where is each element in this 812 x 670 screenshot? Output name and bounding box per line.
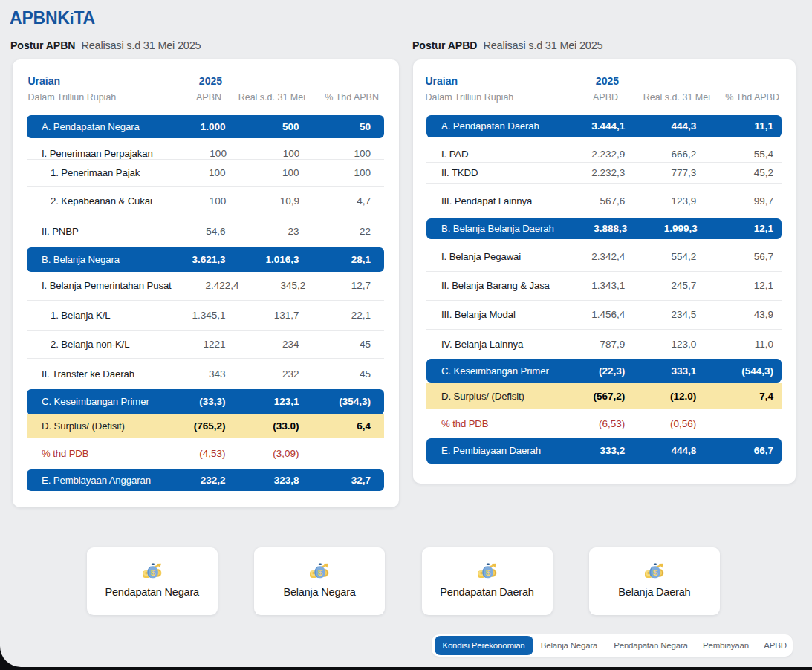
svg-text:$: $ xyxy=(653,568,658,577)
svg-text:$: $ xyxy=(150,568,155,577)
svg-text:$: $ xyxy=(318,568,323,577)
svg-text:$: $ xyxy=(485,568,490,577)
